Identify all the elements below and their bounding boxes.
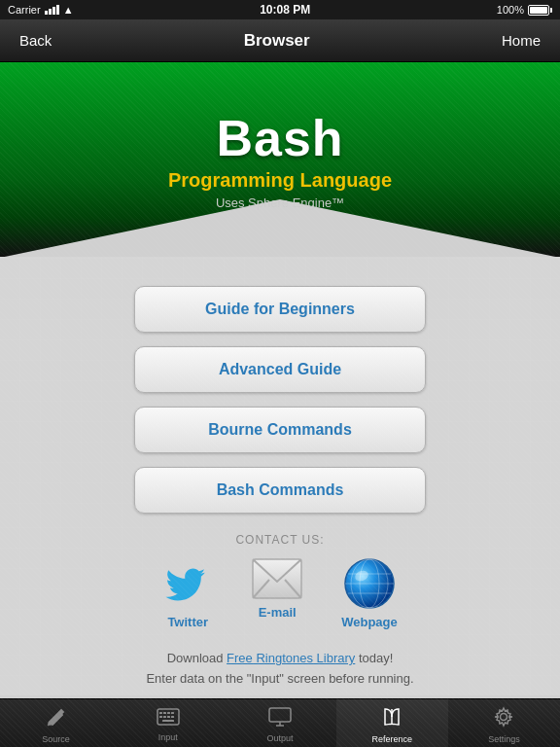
signal-bars [45, 5, 59, 15]
svg-rect-12 [159, 712, 162, 714]
svg-rect-18 [167, 716, 170, 718]
tab-output[interactable]: Output [224, 699, 335, 747]
twitter-label: Twitter [167, 615, 208, 629]
webpage-label: Webpage [341, 615, 398, 629]
home-button[interactable]: Home [494, 28, 548, 53]
contact-webpage[interactable]: Webpage [341, 558, 398, 629]
globe-icon [344, 558, 395, 609]
tab-reference[interactable]: Reference [336, 699, 448, 747]
tab-icon-settings [493, 706, 514, 732]
status-time: 10:08 PM [260, 3, 310, 17]
tab-bar: SourceInputOutputReferenceSettings [0, 698, 560, 747]
status-right: 100% [497, 4, 552, 16]
contact-section: CONTACT US: Twitter [0, 523, 560, 629]
svg-rect-14 [167, 712, 170, 714]
twitter-icon [162, 558, 213, 609]
download-line2: Enter data on the "Input" screen before … [39, 671, 521, 686]
tab-icon-output [268, 707, 292, 731]
browser-title: Browser [244, 31, 310, 51]
tab-icon-input [157, 708, 180, 730]
menu-btn-bash-commands[interactable]: Bash Commands [134, 467, 426, 514]
main-content: Guide for BeginnersAdvanced GuideBourne … [0, 257, 560, 523]
tab-label-output: Output [266, 733, 293, 743]
tab-source[interactable]: Source [0, 699, 112, 747]
svg-rect-19 [171, 716, 174, 718]
back-button[interactable]: Back [12, 28, 59, 53]
contact-icons: Twitter E-mail [162, 558, 398, 629]
hero-section: Bash Programming Language Uses Sphere En… [0, 62, 560, 257]
download-prefix: Download [167, 651, 227, 665]
battery-icon [528, 5, 552, 16]
tab-label-settings: Settings [488, 734, 520, 744]
tab-label-source: Source [42, 734, 70, 744]
svg-point-25 [501, 714, 508, 721]
contact-label: CONTACT US: [235, 533, 324, 547]
menu-btn-advanced-guide[interactable]: Advanced Guide [134, 346, 426, 393]
status-left: Carrier ▲ [8, 4, 74, 16]
tab-label-reference: Reference [371, 734, 412, 744]
download-text: Download Free Ringtones Library today! [39, 649, 521, 669]
tab-icon-source [46, 706, 67, 732]
svg-rect-15 [171, 712, 174, 714]
contact-twitter[interactable]: Twitter [162, 558, 213, 629]
email-label: E-mail [259, 605, 297, 620]
menu-btn-guide-beginners[interactable]: Guide for Beginners [134, 286, 426, 333]
menu-btn-label-guide-beginners: Guide for Beginners [205, 301, 355, 318]
svg-rect-20 [162, 720, 174, 722]
carrier-label: Carrier [8, 4, 41, 16]
download-section: Download Free Ringtones Library today! E… [0, 629, 560, 695]
tab-input[interactable]: Input [112, 699, 224, 747]
hero-tagline: Uses Sphere Engine™ [216, 196, 344, 210]
nav-bar: Back Browser Home [0, 19, 560, 62]
svg-rect-21 [269, 708, 291, 722]
tab-label-input: Input [158, 732, 178, 742]
svg-rect-16 [159, 716, 162, 718]
svg-rect-13 [163, 712, 166, 714]
status-bar: Carrier ▲ 10:08 PM 100% [0, 0, 560, 19]
hero-subtitle: Programming Language [168, 169, 392, 192]
menu-btn-label-bash-commands: Bash Commands [217, 481, 344, 499]
hero-title: Bash [216, 109, 343, 167]
svg-rect-17 [163, 716, 166, 718]
menu-btn-bourne-commands[interactable]: Bourne Commands [134, 407, 426, 453]
menu-btn-label-advanced-guide: Advanced Guide [219, 361, 341, 378]
tab-icon-reference [381, 706, 402, 732]
contact-email[interactable]: E-mail [252, 558, 302, 620]
battery-percent: 100% [497, 4, 524, 16]
wifi-icon: ▲ [63, 4, 74, 16]
download-link[interactable]: Free Ringtones Library [227, 651, 355, 665]
tab-settings[interactable]: Settings [448, 699, 560, 747]
email-icon [252, 558, 302, 599]
menu-btn-label-bourne-commands: Bourne Commands [208, 421, 352, 439]
download-suffix: today! [355, 651, 393, 665]
